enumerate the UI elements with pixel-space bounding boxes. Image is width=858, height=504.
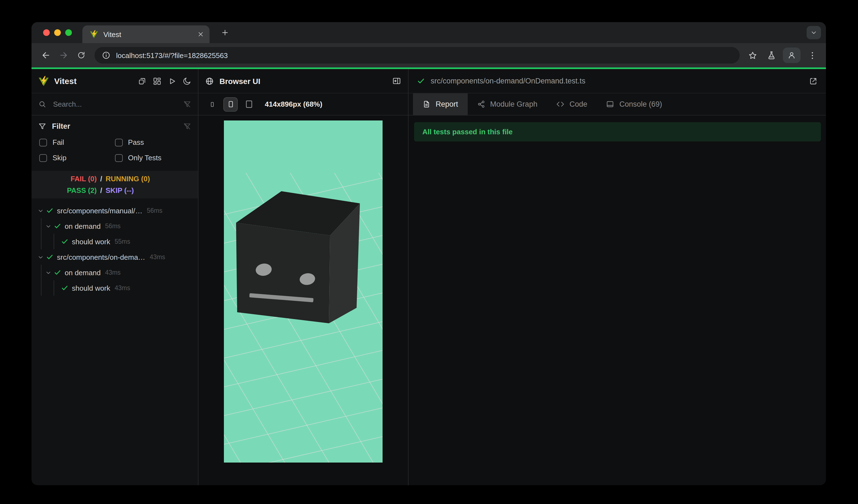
forward-button[interactable] bbox=[55, 46, 73, 64]
url-text: localhost:5173/#/?file=1828625563 bbox=[116, 51, 228, 60]
bookmark-button[interactable] bbox=[744, 47, 761, 64]
checkbox[interactable] bbox=[115, 139, 123, 146]
close-icon bbox=[197, 30, 205, 38]
report-tabs: Report Module Graph Code Console (69) bbox=[409, 93, 826, 115]
profile-button[interactable] bbox=[783, 48, 800, 63]
sidebar-actions bbox=[138, 77, 191, 85]
test-suite-label: on demand bbox=[65, 222, 101, 230]
checkbox[interactable] bbox=[115, 154, 123, 162]
zoom-window-button[interactable] bbox=[65, 29, 72, 36]
device-phone-small-button[interactable] bbox=[205, 97, 220, 111]
star-icon bbox=[748, 51, 757, 60]
moon-icon bbox=[182, 77, 191, 85]
tab-search-button[interactable] bbox=[807, 26, 821, 39]
browser-menu-button[interactable] bbox=[804, 47, 821, 64]
test-file-label: src/components/on-dema… bbox=[57, 253, 145, 261]
search-bar bbox=[32, 93, 198, 115]
tree-group: on demand 56ms should work 55ms bbox=[41, 218, 198, 249]
pass-count: PASS (2) bbox=[32, 186, 97, 195]
back-button[interactable] bbox=[37, 46, 55, 64]
fail-count: FAIL (0) bbox=[32, 175, 97, 183]
panel-title: Browser UI bbox=[220, 77, 260, 85]
globe-icon bbox=[205, 77, 214, 85]
funnel-icon bbox=[38, 122, 46, 130]
report-body: All tests passed in this file bbox=[409, 115, 826, 485]
tab-code[interactable]: Code bbox=[547, 93, 597, 115]
test-duration: 43ms bbox=[105, 269, 121, 276]
checkbox[interactable] bbox=[39, 154, 47, 162]
preview-area bbox=[198, 115, 408, 485]
funnel-off-icon bbox=[183, 122, 191, 130]
phone-icon bbox=[226, 100, 235, 108]
toolbar-actions bbox=[744, 47, 821, 64]
device-phone-button[interactable] bbox=[223, 97, 238, 111]
tab-console-label: Console (69) bbox=[619, 100, 662, 108]
test-case-label: should work bbox=[72, 284, 110, 292]
test-suite-row[interactable]: on demand 56ms bbox=[42, 218, 198, 234]
file-header: src/components/on-demand/OnDemand.test.t… bbox=[409, 69, 826, 93]
app-title: Vitest bbox=[54, 76, 77, 86]
open-external-button[interactable] bbox=[809, 77, 817, 85]
tree-group: should work 55ms bbox=[54, 234, 198, 249]
arrow-right-icon bbox=[59, 50, 68, 60]
file-status-check-icon bbox=[417, 77, 425, 85]
filter-fail-checkbox[interactable]: Fail bbox=[39, 138, 115, 146]
tab-console[interactable]: Console (69) bbox=[597, 93, 672, 115]
minimize-window-button[interactable] bbox=[54, 29, 61, 36]
checkbox[interactable] bbox=[39, 139, 47, 146]
tab-close-button[interactable] bbox=[197, 30, 205, 38]
close-window-button[interactable] bbox=[43, 29, 50, 36]
robot-cube bbox=[236, 191, 360, 323]
browser-preview-viewport[interactable] bbox=[224, 120, 383, 462]
test-duration: 56ms bbox=[105, 223, 121, 229]
filter-options: Fail Pass Skip Only Tests bbox=[39, 138, 190, 162]
chevron-down-icon[interactable] bbox=[45, 269, 52, 276]
chevron-down-icon[interactable] bbox=[45, 223, 52, 230]
reload-button[interactable] bbox=[73, 46, 90, 64]
dashboard-button[interactable] bbox=[153, 77, 161, 85]
theme-toggle-button[interactable] bbox=[182, 77, 191, 85]
browser-tab[interactable]: Vitest bbox=[82, 26, 209, 43]
clear-filter-button[interactable] bbox=[183, 122, 191, 130]
panels-button[interactable] bbox=[138, 77, 146, 85]
filter-skip-label: Skip bbox=[52, 153, 67, 162]
test-case-row[interactable]: should work 43ms bbox=[54, 280, 198, 296]
filter-title: Filter bbox=[52, 122, 70, 130]
filter-pass-checkbox[interactable]: Pass bbox=[115, 138, 190, 146]
test-file-row[interactable]: src/components/manual/… 56ms bbox=[32, 203, 198, 218]
test-duration: 43ms bbox=[149, 254, 165, 260]
filter-skip-checkbox[interactable]: Skip bbox=[39, 153, 115, 162]
filter-only-tests-checkbox[interactable]: Only Tests bbox=[115, 153, 190, 162]
tree-group: on demand 43ms should work 43ms bbox=[41, 265, 198, 296]
plus-icon bbox=[221, 28, 229, 37]
test-case-label: should work bbox=[72, 237, 110, 246]
new-tab-button[interactable] bbox=[217, 25, 233, 40]
test-case-row[interactable]: should work 55ms bbox=[54, 234, 198, 249]
chevron-down-icon[interactable] bbox=[37, 207, 44, 214]
separator: / bbox=[97, 186, 106, 195]
dock-panel-button[interactable] bbox=[392, 76, 401, 86]
traffic-lights bbox=[43, 29, 72, 36]
address-bar[interactable]: localhost:5173/#/?file=1828625563 bbox=[95, 47, 740, 64]
viewport-size-label: 414x896px (68%) bbox=[265, 100, 322, 108]
reload-icon bbox=[77, 51, 86, 60]
device-tablet-button[interactable] bbox=[242, 97, 256, 111]
clear-search-filter-button[interactable] bbox=[183, 100, 191, 108]
labs-button[interactable] bbox=[763, 47, 779, 64]
check-icon bbox=[46, 207, 54, 214]
preview-scene bbox=[224, 120, 383, 462]
tab-report[interactable]: Report bbox=[413, 93, 467, 115]
test-duration: 43ms bbox=[115, 284, 130, 291]
code-icon bbox=[556, 100, 565, 108]
module-graph-icon bbox=[477, 100, 485, 108]
tests-passed-text: All tests passed in this file bbox=[423, 128, 513, 136]
chevron-down-icon[interactable] bbox=[37, 254, 44, 261]
tab-module-graph[interactable]: Module Graph bbox=[467, 93, 547, 115]
test-suite-row[interactable]: on demand 43ms bbox=[42, 265, 198, 280]
site-info-icon[interactable] bbox=[102, 51, 111, 60]
test-file-row[interactable]: src/components/on-dema… 43ms bbox=[32, 249, 198, 265]
search-input[interactable] bbox=[52, 99, 183, 109]
tests-passed-banner: All tests passed in this file bbox=[414, 122, 821, 142]
play-icon bbox=[168, 77, 176, 85]
run-all-button[interactable] bbox=[168, 77, 176, 85]
